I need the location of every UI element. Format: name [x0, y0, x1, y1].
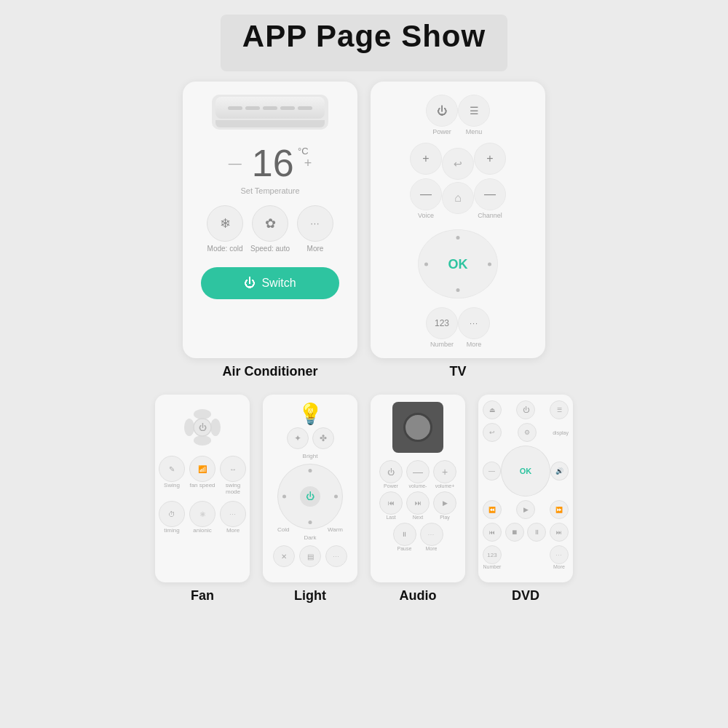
more-btn[interactable]: ··· More	[297, 205, 333, 253]
tv-ok-label[interactable]: OK	[448, 256, 468, 272]
light-bottom-btn2[interactable]: ▤	[299, 545, 321, 567]
light-top-controls: ✦ ✤	[287, 427, 334, 449]
ac-card: — 16 °C + Set Temperature ❄ Mode: cold	[183, 82, 357, 358]
light-block: 💡 ✦ ✤ Bright ⏻ Cold	[263, 395, 357, 620]
tv-block: ⏻ Power ☰ Menu + — Voice	[371, 82, 545, 387]
audio-more-btn[interactable]: ··· More	[420, 523, 443, 551]
mode-btn[interactable]: ❄ Mode: cold	[207, 205, 243, 253]
temp-control: — 16 °C +	[229, 141, 312, 185]
switch-button[interactable]: ⏻ Switch	[201, 267, 339, 299]
dvd-fwd[interactable]: ⏩	[550, 500, 569, 519]
dvd-row2: ↩ ⚙ display	[483, 423, 569, 442]
dvd-rwd[interactable]: ⏪	[483, 500, 502, 519]
fan-block: ⏻ ✎ Swing 📶 fan speed ↔ swing mode	[155, 395, 250, 620]
audio-volplus-btn[interactable]: + volume+	[433, 460, 456, 488]
audio-next-btn[interactable]: ⏭ Next	[406, 491, 430, 520]
tv-more-btn[interactable]: ···	[458, 307, 490, 339]
tv-channel-plus[interactable]: +	[474, 143, 506, 175]
tv-voice-col: + — Voice	[410, 143, 442, 219]
fan-speed-btn[interactable]: 📶 fan speed	[189, 456, 215, 495]
dvd-bottom-row: 123 Number ··· More	[483, 545, 569, 569]
ac-controls: ❄ Mode: cold ✿ Speed: auto ··· More	[207, 205, 333, 253]
dvd-stop-btn[interactable]: ⏹	[505, 523, 524, 542]
fan-timing-btn[interactable]: ⏱ timing	[159, 501, 185, 534]
dvd-prev[interactable]: ⏮	[483, 523, 502, 542]
speed-label: Speed: auto	[250, 245, 290, 253]
cold-label: Cold	[277, 526, 289, 533]
set-temp-label: Set Temperature	[240, 186, 299, 195]
tv-channel-label: Channel	[478, 212, 502, 219]
dvd-settings-btn[interactable]: ⚙	[518, 423, 537, 442]
dvd-play-btn[interactable]: ▶	[516, 500, 535, 519]
dpad-dot-bottom	[456, 288, 460, 292]
light-ctrl1[interactable]: ✦	[287, 427, 309, 449]
warm-label: Warm	[328, 526, 343, 533]
fan-anionic-btn[interactable]: ⚛ anionic	[189, 501, 215, 534]
light-dial-wrapper: ⏻	[277, 461, 343, 526]
fan-blades-svg: ⏻	[177, 402, 228, 453]
dvd-vol-minus[interactable]: —	[483, 462, 501, 480]
light-card: 💡 ✦ ✤ Bright ⏻ Cold	[263, 395, 357, 582]
speed-icon: ✿	[252, 205, 288, 242]
audio-power-btn[interactable]: ⏻ Power	[379, 460, 403, 488]
speed-btn[interactable]: ✿ Speed: auto	[250, 205, 290, 253]
dvd-number-btn[interactable]: 123	[483, 545, 502, 564]
mode-icon: ❄	[207, 205, 243, 242]
fan-swing-btn[interactable]: ✎ Swing	[159, 456, 185, 495]
dvd-number-label: Number	[483, 564, 502, 569]
dvd-block: ⏏ ⏻ ☰ ↩ ⚙ display — OK 🔊	[478, 395, 573, 620]
temp-minus-btn[interactable]: —	[229, 156, 242, 171]
tv-more-label: More	[467, 341, 482, 348]
light-power-icon[interactable]: ⏻	[300, 486, 320, 507]
tv-voice-minus[interactable]: —	[410, 178, 442, 210]
audio-volminus-btn[interactable]: — volume-	[406, 460, 430, 488]
audio-pause-btn[interactable]: ⏸ Pause	[393, 523, 416, 551]
temp-plus-btn[interactable]: +	[304, 156, 312, 171]
ac-block: — 16 °C + Set Temperature ❄ Mode: cold	[183, 82, 357, 387]
tv-voice-plus[interactable]: +	[410, 143, 442, 175]
tv-back-btn[interactable]: ↩	[442, 148, 474, 180]
light-dial[interactable]: ⏻	[277, 464, 343, 529]
tv-home-btn[interactable]: ⌂	[442, 182, 474, 214]
light-bottom-btn1[interactable]: ✕	[273, 545, 295, 567]
tv-channel-minus[interactable]: —	[474, 178, 506, 210]
dvd-next[interactable]: ⏭	[550, 523, 569, 542]
tv-number-btn[interactable]: 123	[426, 307, 458, 339]
fan-swingmode-btn[interactable]: ↔ swing mode	[220, 456, 246, 495]
more-label: More	[307, 245, 324, 253]
speaker-cone	[403, 413, 432, 442]
dvd-eject-btn[interactable]: ⏏	[483, 400, 502, 419]
tv-power-btn[interactable]: ⏻	[426, 95, 458, 127]
dvd-vol-row: — OK 🔊	[483, 446, 569, 496]
light-bottom-row: ✕ ▤ ···	[273, 545, 347, 567]
bright-label: Bright	[303, 453, 318, 459]
switch-label: Switch	[261, 277, 296, 290]
dvd-ok-label[interactable]: OK	[520, 467, 532, 475]
dvd-pause-btn[interactable]: ⏸	[527, 523, 546, 542]
dvd-dpad[interactable]: OK	[501, 446, 550, 496]
top-row: — 16 °C + Set Temperature ❄ Mode: cold	[15, 82, 713, 387]
dvd-more-btn[interactable]: ···	[550, 545, 569, 564]
tv-power-label: Power	[432, 128, 451, 135]
dvd-vol-plus[interactable]: 🔊	[550, 462, 569, 480]
svg-point-0	[194, 409, 211, 419]
bottom-row: ⏻ ✎ Swing 📶 fan speed ↔ swing mode	[15, 395, 713, 620]
svg-point-1	[210, 419, 221, 436]
fan-label: Fan	[191, 588, 214, 604]
light-ctrl2[interactable]: ✤	[312, 427, 334, 449]
audio-last-btn[interactable]: ⏮ Last	[379, 491, 403, 520]
dvd-back-btn[interactable]: ↩	[483, 423, 502, 442]
dvd-power-btn[interactable]: ⏻	[516, 400, 535, 419]
tv-number-label: Number	[430, 341, 454, 348]
tv-mid-row: + — Voice ↩ ⌂ + — Channel	[410, 143, 506, 219]
tv-dpad[interactable]: OK	[418, 229, 498, 298]
light-bottom-btn3[interactable]: ···	[325, 545, 347, 567]
audio-play-btn[interactable]: ▶ Play	[433, 491, 456, 520]
dvd-menu-btn[interactable]: ☰	[550, 400, 569, 419]
page: APP Page Show	[0, 0, 728, 728]
fan-controls-row1: ✎ Swing 📶 fan speed ↔ swing mode	[159, 456, 246, 495]
tv-bottom-row: 123 Number ··· More	[426, 307, 490, 348]
tv-menu-btn[interactable]: ☰	[458, 95, 490, 127]
dvd-more-label: More	[553, 564, 565, 569]
fan-more-btn[interactable]: ··· More	[220, 501, 246, 534]
